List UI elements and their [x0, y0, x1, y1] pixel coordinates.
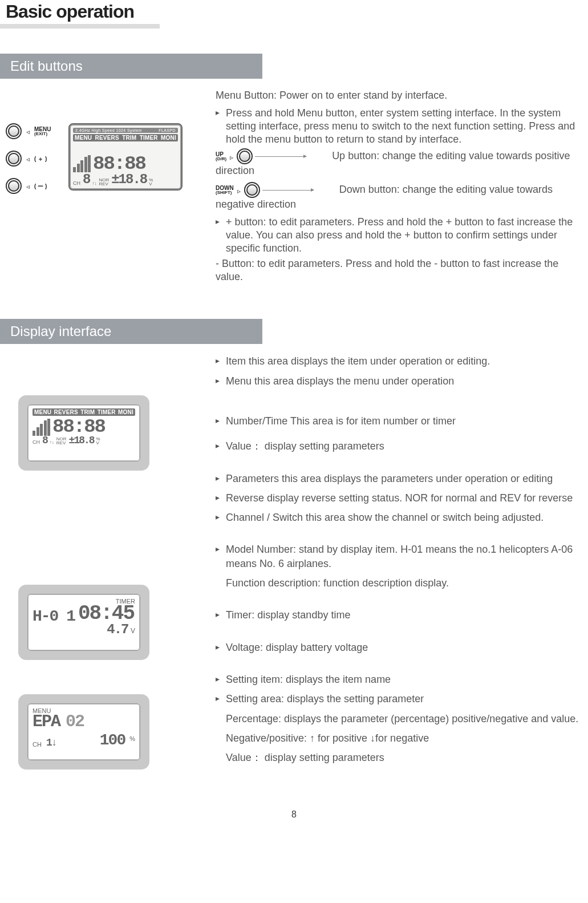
lcd3-value: 100 [100, 733, 125, 747]
disp-value-2: Value： display setting parameters [216, 751, 582, 764]
disp-model-number: Model Number: stand by display item. H-0… [216, 542, 582, 570]
lcd-frame-1: MENU REVERS TRIM TIMER MONI 88:88 CH 8 ↑… [18, 395, 149, 471]
lcd2-v: V [131, 627, 135, 635]
disp-neg-pos: Negative/positive: ↑ for positive ↓for n… [216, 731, 582, 745]
disp-reverse: Reverse display reverse setting status. … [216, 491, 582, 505]
lcd-nor-rev: NOR REV [99, 178, 109, 186]
minus-button-text: - Button: to edit parameters. Press and … [216, 257, 582, 284]
lcd-big-time: 88:88 [93, 155, 145, 173]
dial-stack: MENU (EXIT) ( ＋ ) ( ー ) [6, 123, 51, 194]
lcd-menu-row: MENU REVERS TRIM TIMER MONI [73, 134, 178, 141]
page-number: 8 [0, 809, 588, 820]
disp-setting-item: Setting item: displays the item name [216, 673, 582, 686]
lcd3-ch-label: CH [33, 741, 42, 748]
title-underline-bar [0, 24, 160, 29]
down-dial-icon[interactable] [244, 182, 260, 198]
down-label: DOWN (SHIFT) [216, 185, 234, 195]
lcd-topbar-left: 2.4GHz High Speed 1024 System [75, 128, 142, 132]
chevron-right-icon [229, 150, 234, 163]
lcd3-ch-arrow: 1↓ [46, 738, 56, 747]
lcd1-pct-v: % V [96, 437, 100, 445]
disp-channel: Channel / Switch this area show the chan… [216, 511, 582, 524]
lcd-panel: 2.4GHz High Speed 1024 System FLASPD MEN… [68, 123, 183, 191]
chevron-left-icon [25, 153, 31, 164]
signal-bars-icon [33, 419, 50, 436]
disp-item: Item this area displays the item under o… [216, 354, 582, 368]
lcd3-num: 02 [66, 714, 84, 730]
minus-dial-icon[interactable] [6, 178, 22, 194]
disp-setting-area: Setting area: displays the setting param… [216, 692, 582, 706]
arrows-updown-icon: ↑↓ [50, 440, 54, 445]
arrow-line-icon [255, 156, 306, 157]
lcd3-pct: % [129, 735, 135, 742]
disp-voltage: Voltage: display battery voltage [216, 641, 582, 654]
page-title: Basic operation [6, 1, 134, 22]
lcd3-item: EPA [33, 714, 60, 730]
up-label: UP (D/R) [216, 152, 226, 161]
section-heading-display-interface: Display interface [0, 319, 262, 344]
menu-button-para: Press and hold Menu button, enter system… [216, 107, 582, 146]
disp-percentage: Percentage: displays the parameter (perc… [216, 712, 582, 726]
minus-dial-label: ( ー ) [34, 184, 47, 189]
plus-dial-label: ( ＋ ) [34, 156, 47, 161]
signal-bars-icon [73, 155, 91, 172]
disp-timer: Timer: display standby time [216, 608, 582, 622]
lcd2-volt: 4.7 [107, 622, 128, 637]
lcd-value: ±18.8 [111, 173, 147, 186]
disp-menu: Menu this area displays the menu under o… [216, 374, 582, 388]
lcd1-value: ±18.8 [69, 436, 94, 445]
lcd-topbar-right: FLASPD [159, 128, 176, 132]
lcd1-ch-digit: 8 [42, 436, 47, 445]
arrows-updown-icon: ↑↓ [92, 181, 96, 186]
chevron-right-icon [236, 184, 242, 197]
up-dial-icon[interactable] [237, 148, 253, 164]
edit-buttons-figure: MENU (EXIT) ( ＋ ) ( ー ) 2.4 [6, 89, 205, 220]
disp-function-desc: Function description: function descripti… [216, 576, 582, 590]
chevron-left-icon [25, 181, 31, 191]
lcd1-nor-rev: NOR REV [56, 437, 67, 445]
chevron-left-icon [25, 126, 31, 136]
disp-number-time: Number/Time This area is for item number… [216, 414, 582, 428]
plus-dial-icon[interactable] [6, 151, 22, 167]
lcd-frame-2: TIMER H-0 1 08:45 4.7 V [18, 585, 149, 660]
display-figures-column: MENU REVERS TRIM TIMER MONI 88:88 CH 8 ↑… [5, 354, 216, 787]
lcd-ch-label: CH [73, 180, 80, 186]
lcd-pct-v: % V [149, 178, 153, 186]
lcd1-big-time: 88:88 [52, 418, 105, 436]
lcd1-menu-row: MENU REVERS TRIM TIMER MONI [33, 408, 135, 416]
down-button-row: DOWN (SHIFT) Down button: change the edi… [216, 182, 582, 211]
arrow-line-icon [262, 190, 314, 191]
lcd2-time: 08:45 [78, 605, 134, 623]
plus-button-text: + button: to edit parameters. Press and … [216, 216, 582, 255]
lcd-ch-digit: 8 [83, 173, 90, 186]
menu-dial-label: MENU (EXIT) [34, 127, 51, 136]
menu-button-line: Menu Button: Power on to enter stand by … [216, 89, 582, 102]
lcd2-model: H-0 1 [33, 609, 75, 623]
lcd1-ch-label: CH [33, 439, 40, 445]
section-heading-edit-buttons: Edit buttons [0, 54, 262, 79]
up-button-row: UP (D/R) Up button: change the editing v… [216, 148, 582, 177]
disp-value-1: Value： display setting parameters [216, 439, 582, 453]
lcd-frame-3: MENU EPA 02 CH 1↓ 100 % [18, 694, 149, 770]
disp-parameters: Parameters this area displays the parame… [216, 472, 582, 485]
menu-dial-icon[interactable] [6, 123, 22, 139]
